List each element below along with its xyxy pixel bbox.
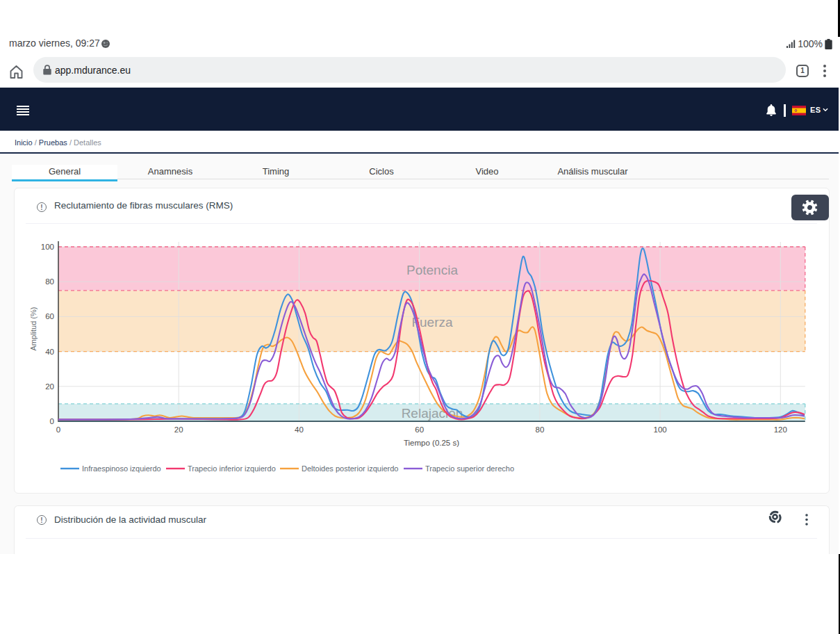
svg-text:40: 40 — [45, 348, 54, 356]
svg-text:60: 60 — [45, 312, 54, 320]
svg-text:40: 40 — [295, 425, 304, 434]
svg-text:120: 120 — [774, 425, 787, 434]
svg-text:60: 60 — [415, 425, 424, 434]
svg-text:Infraespinoso izquierdo: Infraespinoso izquierdo — [82, 464, 161, 473]
svg-text:0: 0 — [56, 425, 60, 434]
svg-text:Amplitud (%): Amplitud (%) — [29, 307, 38, 351]
svg-text:80: 80 — [45, 277, 54, 286]
svg-text:20: 20 — [45, 382, 54, 391]
svg-text:80: 80 — [536, 425, 545, 434]
svg-text:100: 100 — [654, 425, 667, 434]
svg-text:Deltoides posterior izquierdo: Deltoides posterior izquierdo — [302, 464, 398, 473]
svg-text:20: 20 — [174, 425, 183, 434]
svg-text:Potencia: Potencia — [406, 263, 458, 277]
svg-text:Trapecio superior derecho: Trapecio superior derecho — [425, 464, 514, 473]
svg-text:100: 100 — [41, 243, 54, 251]
svg-text:0: 0 — [50, 417, 54, 425]
svg-text:Tiempo (0.25 s): Tiempo (0.25 s) — [404, 439, 459, 447]
svg-text:Trapecio inferior izquierdo: Trapecio inferior izquierdo — [188, 464, 276, 473]
